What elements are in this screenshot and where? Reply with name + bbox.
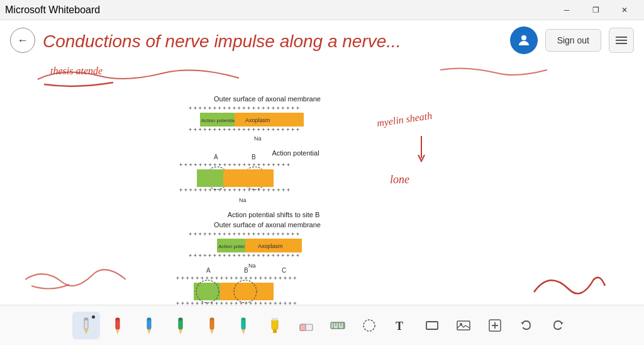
pencil-red-button[interactable] bbox=[104, 312, 131, 339]
svg-marker-49 bbox=[147, 329, 151, 334]
svg-text:+ + + + + + + + + + + + + + + : + + + + + + + + + + + + + + + + + + + + … bbox=[189, 231, 299, 237]
add-button[interactable] bbox=[481, 312, 509, 339]
svg-rect-47 bbox=[116, 318, 119, 320]
svg-text:thesis  atende: thesis atende bbox=[50, 65, 103, 76]
titlebar: Microsoft Whiteboard ─ ❐ ✕ bbox=[0, 0, 644, 20]
svg-point-1 bbox=[521, 35, 526, 40]
diagram3-title: Outer surface of axonal membrane bbox=[214, 221, 340, 229]
svg-rect-62 bbox=[272, 318, 278, 320]
sign-out-button[interactable]: Sign out bbox=[545, 29, 601, 52]
pencil-green-icon bbox=[174, 317, 187, 334]
pencil-red-icon bbox=[111, 317, 125, 334]
svg-marker-46 bbox=[116, 329, 119, 334]
svg-rect-53 bbox=[179, 318, 182, 320]
hamburger-icon bbox=[616, 35, 627, 46]
undo-button[interactable] bbox=[513, 312, 540, 339]
image-icon bbox=[456, 318, 471, 333]
shape-rect-button[interactable] bbox=[418, 312, 446, 339]
svg-rect-50 bbox=[147, 318, 151, 320]
window-controls: ─ ❐ ✕ bbox=[552, 0, 639, 20]
svg-rect-60 bbox=[272, 319, 278, 329]
svg-text:lone: lone bbox=[390, 173, 409, 186]
svg-text:myelin sheath: myelin sheath bbox=[376, 110, 433, 129]
pencil-white-button[interactable] bbox=[72, 312, 100, 339]
diagram2: A B + + + + + + + + + + + + + + + + + + … bbox=[179, 152, 355, 218]
pencil-teal-icon bbox=[236, 317, 250, 334]
shape-rect-icon bbox=[425, 318, 440, 333]
redo-button[interactable] bbox=[544, 312, 572, 339]
svg-text:C: C bbox=[282, 267, 286, 274]
svg-text:Axoplasm: Axoplasm bbox=[258, 243, 283, 249]
svg-rect-56 bbox=[210, 318, 214, 320]
page-title: Conductions of nerve impulse along a ner… bbox=[43, 22, 502, 59]
svg-marker-52 bbox=[179, 329, 182, 334]
svg-text:+ + + + + + + + + + + + + + + : + + + + + + + + + + + + + + + + + + + + … bbox=[189, 105, 299, 111]
svg-marker-55 bbox=[210, 329, 214, 334]
pencil-orange-icon bbox=[205, 317, 219, 334]
close-button[interactable]: ✕ bbox=[610, 0, 639, 20]
svg-rect-4 bbox=[616, 43, 627, 44]
user-avatar bbox=[510, 26, 538, 54]
svg-rect-61 bbox=[273, 329, 277, 333]
svg-text:+ + + + + + + + + + + + + + + : + + + + + + + + + + + + + + + + + + + + … bbox=[179, 187, 290, 193]
diagram4-svg: A B C + + + + + + + + + + + + + + + + + … bbox=[176, 265, 358, 305]
lasso-icon bbox=[362, 318, 377, 333]
svg-rect-34 bbox=[220, 283, 274, 300]
diagram2-bottom: Action potential shifts to site B bbox=[186, 211, 362, 218]
title-svg: Conductions of nerve impulse along a ner… bbox=[43, 22, 496, 55]
diagram1-title: Outer surface of axonal membrane bbox=[214, 95, 340, 103]
menu-button[interactable] bbox=[609, 28, 634, 53]
svg-rect-3 bbox=[616, 40, 627, 41]
svg-text:Axoplasm: Axoplasm bbox=[245, 117, 270, 123]
svg-rect-74 bbox=[457, 321, 470, 330]
app-title: Microsoft Whiteboard bbox=[5, 4, 100, 16]
diagram2-svg: A B + + + + + + + + + + + + + + + + + + … bbox=[179, 152, 355, 208]
svg-text:+ + + + + + + + + + + + + + + : + + + + + + + + + + + + + + + + + + + + … bbox=[189, 252, 299, 259]
svg-marker-58 bbox=[242, 329, 245, 334]
diagram1: Outer surface of axonal membrane + + + +… bbox=[189, 95, 340, 157]
svg-text:+ + + + + + + + + + + + + + + : + + + + + + + + + + + + + + + + + + + + … bbox=[179, 162, 290, 168]
back-button[interactable]: ← bbox=[10, 28, 35, 53]
diagram1-svg: + + + + + + + + + + + + + + + + + + + + … bbox=[189, 103, 340, 147]
diagram4: A B C + + + + + + + + + + + + + + + + + … bbox=[176, 265, 358, 305]
svg-text:Na: Na bbox=[239, 197, 247, 203]
header: ← Conductions of nerve impulse along a n… bbox=[0, 20, 644, 60]
active-dot bbox=[92, 315, 95, 319]
text-tool-button[interactable]: T bbox=[387, 312, 414, 339]
lasso-button[interactable] bbox=[355, 312, 383, 339]
pencil-teal-button[interactable] bbox=[230, 312, 257, 339]
svg-text:B: B bbox=[252, 154, 256, 161]
svg-rect-65 bbox=[331, 322, 345, 329]
marker-yellow-button[interactable] bbox=[261, 312, 289, 339]
minimize-button[interactable]: ─ bbox=[552, 0, 581, 20]
svg-text:Na: Na bbox=[254, 135, 262, 142]
redo-icon bbox=[550, 318, 565, 333]
image-tool-button[interactable] bbox=[450, 312, 477, 339]
svg-text:A: A bbox=[214, 154, 218, 161]
pencil-orange-button[interactable] bbox=[198, 312, 226, 339]
maximize-button[interactable]: ❐ bbox=[581, 0, 610, 20]
svg-marker-79 bbox=[521, 322, 523, 325]
svg-text:A: A bbox=[206, 267, 211, 274]
pencil-green-button[interactable] bbox=[167, 312, 194, 339]
canvas-area: thesis atende Outer surface of axonal me… bbox=[0, 60, 644, 305]
svg-text:Action potential: Action potential bbox=[201, 118, 236, 123]
toolbar: T bbox=[0, 305, 644, 345]
svg-rect-44 bbox=[84, 318, 88, 320]
svg-text:T: T bbox=[396, 320, 403, 332]
svg-text:B: B bbox=[244, 267, 248, 274]
right-handwriting-svg: myelin sheath lone bbox=[371, 101, 528, 240]
ruler-button[interactable] bbox=[324, 312, 352, 339]
plus-icon bbox=[487, 318, 502, 333]
svg-rect-18 bbox=[197, 169, 223, 187]
text-icon: T bbox=[393, 318, 408, 333]
svg-point-71 bbox=[364, 320, 375, 331]
svg-rect-73 bbox=[426, 322, 438, 329]
svg-rect-2 bbox=[616, 37, 627, 38]
svg-rect-59 bbox=[242, 318, 245, 320]
eraser-button[interactable] bbox=[292, 312, 320, 339]
svg-text:+ + + + + + + + + + + + + + + : + + + + + + + + + + + + + + + + + + + + … bbox=[189, 127, 299, 133]
eraser-icon bbox=[299, 318, 314, 333]
pencil-blue-button[interactable] bbox=[135, 312, 163, 339]
svg-rect-64 bbox=[300, 324, 306, 331]
